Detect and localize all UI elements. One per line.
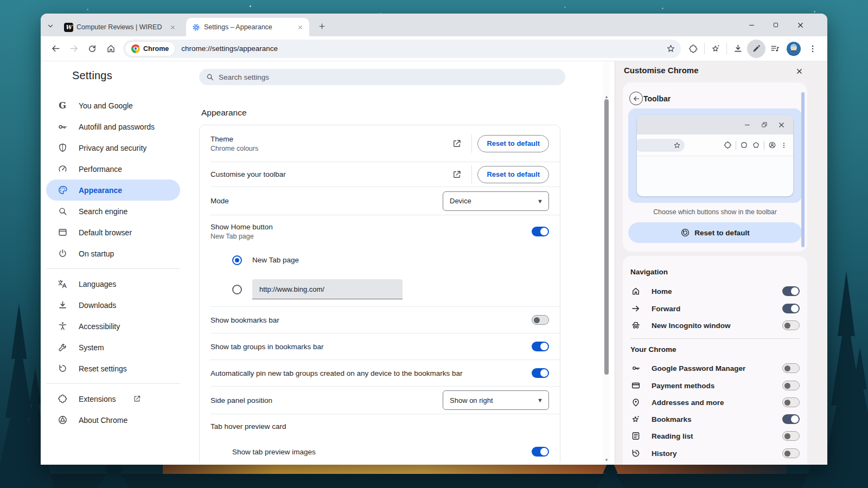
incognito-toggle[interactable] [782,320,800,330]
sidebar-item-on-startup[interactable]: On startup [46,243,180,264]
customise-toolbar-title: Customise your toolbar [210,170,286,178]
theme-reset-button[interactable]: Reset to default [477,135,549,152]
show-bookmarks-bar-row: Show bookmarks bar [200,307,560,333]
maximize-button[interactable] [769,18,782,31]
show-tab-preview-images-toggle[interactable] [532,447,549,457]
auto-pin-tab-groups-toggle[interactable] [532,368,549,378]
history-toggle[interactable] [782,448,800,458]
tab-hover-preview-label: Tab hover preview card [210,422,286,431]
back-arrow-button[interactable] [629,92,643,105]
show-home-subtitle: New Tab page [210,233,273,240]
chrome-site-chip[interactable]: Chrome [125,42,175,56]
theme-row[interactable]: Theme Chrome colours Reset to default [200,125,560,162]
star-sparkle-icon[interactable] [706,40,725,58]
side-panel-position-select[interactable]: Show on right▼ [443,390,549,410]
new-tab-button[interactable] [315,19,329,33]
radio-new-tab-row[interactable]: New Tab page [200,248,560,272]
scroll-down-arrow[interactable]: ▼ [603,456,610,464]
radio-custom-url-row[interactable] [200,272,560,306]
extensions-puzzle-icon[interactable] [684,40,703,58]
panel-row-bookmarks: Bookmarks [630,411,800,427]
wrench-icon [57,342,68,353]
auto-pin-tab-groups-row: Automatically pin new tab groups created… [200,360,560,386]
sidebar-item-appearance[interactable]: Appearance [46,179,180,201]
tab-settings[interactable]: Settings – Appearance [186,18,309,36]
wired-favicon: W [64,23,73,32]
custom-url-radio[interactable] [232,285,242,294]
bookmark-star-icon[interactable] [662,41,679,57]
settings-scrollbar[interactable]: ▲ ▼ [603,61,610,465]
sidebar-item-downloads[interactable]: Downloads [46,294,180,316]
settings-header: Settings [41,61,615,92]
tab-groups-bookmarks-row: Show tab groups in bookmarks bar [200,333,560,359]
reload-icon[interactable] [83,40,101,58]
pentagon-icon [752,141,760,149]
sidebar-item-about-chrome[interactable]: About Chrome [46,409,180,431]
sidebar-item-privacy[interactable]: Privacy and security [46,137,180,158]
customise-chrome-pencil-icon[interactable] [747,40,765,58]
show-home-toggle[interactable] [532,227,549,236]
sidebar-item-search-engine[interactable]: Search engine [46,201,180,222]
toolbar-reset-button[interactable]: Reset to default [477,166,549,183]
new-tab-radio-label: New Tab page [252,256,299,264]
tab-groups-bookmarks-label: Show tab groups in bookmarks bar [210,343,324,351]
external-link-icon [448,165,466,184]
sidebar-item-default-browser[interactable]: Default browser [46,222,180,243]
tab-groups-bookmarks-toggle[interactable] [532,342,549,351]
panel-row-history: History [630,445,800,461]
password-manager-toggle[interactable] [782,363,800,373]
new-tab-radio[interactable] [232,255,242,265]
downloads-icon[interactable] [729,40,747,58]
custom-url-field[interactable] [252,279,403,299]
sidebar-item-you-and-google[interactable]: GYou and Google [46,95,180,116]
reading-list-icon[interactable] [765,40,784,58]
forward-icon[interactable] [65,40,83,58]
toolbar-preview-frame [628,108,802,203]
addresses-toggle[interactable] [782,397,800,407]
mini-toolbar [637,134,793,156]
settings-search-box[interactable] [199,69,565,85]
payment-methods-toggle[interactable] [782,381,800,390]
panel-row-addresses: Addresses and more [630,394,800,410]
sidebar-item-autofill[interactable]: Autofill and passwords [46,116,180,137]
extensions-puzzle-icon [724,141,732,149]
panel-row-forward: Forward [630,300,800,317]
sidebar-item-performance[interactable]: Performance [46,158,180,179]
profile-icon [768,141,776,149]
minimize-button[interactable] [745,18,758,31]
custom-url-input[interactable] [252,285,403,293]
tab-search-chevron-button[interactable] [43,19,58,33]
tab-close-icon[interactable] [296,23,305,32]
search-input[interactable] [219,73,559,81]
panel-reset-to-default-button[interactable]: Reset to default [628,222,802,243]
profile-avatar[interactable] [787,42,801,56]
home-toggle[interactable] [782,286,800,296]
bookmarks-toggle[interactable] [782,414,800,424]
forward-toggle[interactable] [782,304,800,313]
show-bookmarks-bar-label: Show bookmarks bar [210,316,279,324]
home-icon[interactable] [101,40,120,58]
sidebar-item-accessibility[interactable]: Accessibility [46,316,180,337]
tab-close-icon[interactable] [168,23,177,32]
address-bar[interactable]: Chrome chrome://settings/appearance [123,40,681,58]
palette-icon [57,185,68,196]
scrollbar-thumb[interactable] [604,99,609,375]
panel-scrollbar-thumb[interactable] [801,92,805,247]
sidebar-item-reset-settings[interactable]: Reset settings [46,358,180,379]
tab-wired[interactable]: W Computer Reviews | WIRED [59,18,182,36]
chrome-logo-icon [131,44,140,53]
customise-toolbar-row[interactable]: Customise your toolbar Reset to default [200,162,560,187]
kebab-menu-icon[interactable] [803,40,822,58]
reading-list-toggle[interactable] [782,431,800,441]
sidebar-item-languages[interactable]: Languages [46,273,180,294]
back-icon[interactable] [46,40,65,58]
wallpaper-stars [250,5,251,7]
show-bookmarks-bar-toggle[interactable] [532,315,549,325]
sidebar-item-system[interactable]: System [46,337,180,358]
sidebar-item-extensions[interactable]: Extensions [46,388,180,409]
close-button[interactable] [794,18,807,31]
panel-row-password-manager: Google Password Manager [630,360,800,376]
star-icon [630,414,641,425]
mode-select[interactable]: Device▼ [443,191,549,211]
panel-close-icon[interactable] [793,65,806,78]
